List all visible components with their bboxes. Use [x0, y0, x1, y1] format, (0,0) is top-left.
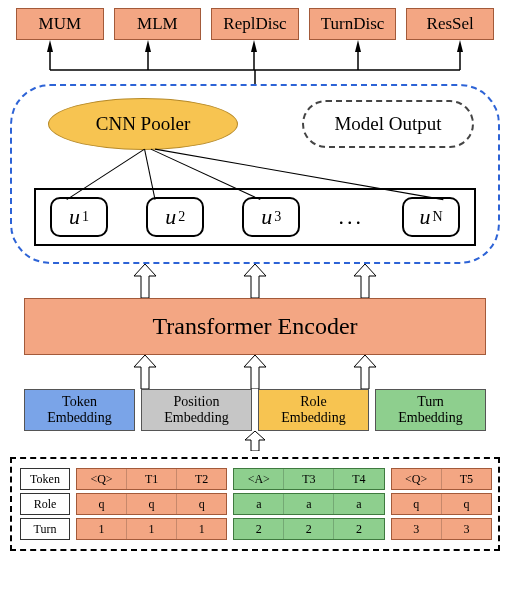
role-embedding: RoleEmbedding — [258, 389, 369, 431]
row-label-role: Role — [20, 493, 70, 515]
row-label-turn: Turn — [20, 518, 70, 540]
role-cell: q — [442, 494, 491, 514]
turn-cell: 2 — [334, 519, 383, 539]
unit-u1: u1 — [50, 197, 108, 237]
token-cell: <Q> — [392, 469, 442, 489]
turn-cell: 3 — [442, 519, 491, 539]
task-repldisc: ReplDisc — [211, 8, 299, 40]
embedding-row: TokenEmbedding PositionEmbedding RoleEmb… — [10, 389, 500, 431]
utterance-sequence: u1 u2 u3 ... uN — [34, 188, 476, 246]
cnn-pooler: CNN Pooler — [48, 98, 238, 150]
arrows-emb-to-encoder — [10, 355, 500, 389]
role-cell: q — [77, 494, 127, 514]
output-panel: CNN Pooler Model Output u1 u2 u3 ... uN — [10, 84, 500, 264]
task-ressel: ResSel — [406, 8, 494, 40]
turn-cell: 1 — [127, 519, 177, 539]
role-cell: q — [392, 494, 442, 514]
model-output: Model Output — [302, 100, 474, 148]
row-label-token: Token — [20, 468, 70, 490]
token-cell: <A> — [234, 469, 284, 489]
turn-cell: 2 — [234, 519, 284, 539]
token-group-1: <Q> T1 T2 — [76, 468, 227, 490]
token-cell: T4 — [334, 469, 383, 489]
unit-u2: u2 — [146, 197, 204, 237]
role-cell: q — [177, 494, 226, 514]
role-group-3: q q — [391, 493, 493, 515]
turn-cell: 2 — [284, 519, 334, 539]
token-cell: T3 — [284, 469, 334, 489]
turn-group-3: 3 3 — [391, 518, 493, 540]
role-group-1: q q q — [76, 493, 227, 515]
token-cell: T1 — [127, 469, 177, 489]
role-cell: a — [234, 494, 284, 514]
arrow-inputs-to-emb — [10, 431, 500, 451]
token-cell: <Q> — [77, 469, 127, 489]
arrows-panel-to-tasks — [10, 40, 500, 84]
position-embedding: PositionEmbedding — [141, 389, 252, 431]
unit-uN: uN — [402, 197, 460, 237]
transformer-encoder: Transformer Encoder — [24, 298, 486, 355]
turn-group-2: 2 2 2 — [233, 518, 384, 540]
task-mlm: MLM — [114, 8, 202, 40]
turn-group-1: 1 1 1 — [76, 518, 227, 540]
turn-cell: 1 — [177, 519, 226, 539]
role-group-2: a a a — [233, 493, 384, 515]
role-cell: q — [127, 494, 177, 514]
turn-embedding: TurnEmbedding — [375, 389, 486, 431]
turn-cell: 3 — [392, 519, 442, 539]
role-cell: a — [334, 494, 383, 514]
task-turndisc: TurnDisc — [309, 8, 397, 40]
token-group-2: <A> T3 T4 — [233, 468, 384, 490]
inputs-panel: Token <Q> T1 T2 <A> T3 T4 <Q> T5 Role q … — [10, 457, 500, 551]
task-mum: MUM — [16, 8, 104, 40]
arrows-encoder-to-panel — [10, 264, 500, 298]
role-cell: a — [284, 494, 334, 514]
token-cell: T5 — [442, 469, 491, 489]
token-group-3: <Q> T5 — [391, 468, 493, 490]
token-embedding: TokenEmbedding — [24, 389, 135, 431]
unit-ellipsis: ... — [338, 204, 364, 230]
token-cell: T2 — [177, 469, 226, 489]
turn-cell: 1 — [77, 519, 127, 539]
unit-u3: u3 — [242, 197, 300, 237]
